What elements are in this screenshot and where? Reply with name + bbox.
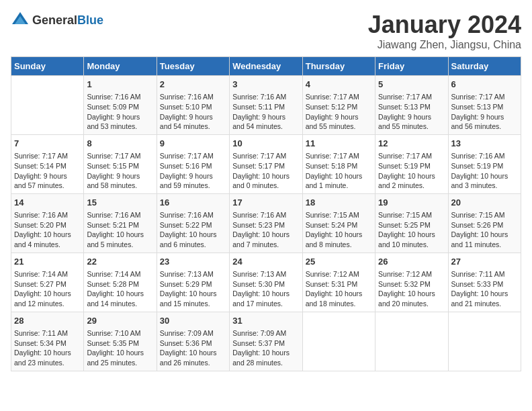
calendar-cell: 1Sunrise: 7:16 AMSunset: 5:09 PMDaylight… [84,76,157,135]
calendar-cell [302,312,375,371]
day-info: Sunrise: 7:16 AMSunset: 5:23 PMDaylight:… [232,210,299,250]
day-info: Sunrise: 7:17 AMSunset: 5:13 PMDaylight:… [451,92,518,132]
day-info: Sunrise: 7:17 AMSunset: 5:13 PMDaylight:… [378,92,445,132]
calendar-cell: 11Sunrise: 7:17 AMSunset: 5:18 PMDayligh… [302,134,375,193]
logo-icon [11,11,30,30]
day-number: 24 [232,256,299,268]
day-info: Sunrise: 7:17 AMSunset: 5:17 PMDaylight:… [232,151,299,191]
day-number: 1 [87,79,153,91]
day-number: 13 [451,138,518,150]
calendar-cell: 26Sunrise: 7:12 AMSunset: 5:32 PMDayligh… [375,253,448,312]
day-number: 27 [451,256,518,268]
day-number: 15 [87,197,153,209]
subtitle: Jiawang Zhen, Jiangsu, China [368,39,521,51]
day-info: Sunrise: 7:13 AMSunset: 5:29 PMDaylight:… [160,269,226,309]
day-number: 14 [14,197,81,209]
day-info: Sunrise: 7:11 AMSunset: 5:34 PMDaylight:… [14,328,81,368]
day-info: Sunrise: 7:17 AMSunset: 5:19 PMDaylight:… [378,151,445,191]
calendar-week-row: 21Sunrise: 7:14 AMSunset: 5:27 PMDayligh… [11,253,521,312]
calendar-cell [11,76,84,135]
calendar-cell: 17Sunrise: 7:16 AMSunset: 5:23 PMDayligh… [230,193,302,253]
day-number: 2 [160,79,226,91]
weekday-header: Friday [375,57,448,76]
day-number: 29 [87,315,153,327]
calendar-cell: 10Sunrise: 7:17 AMSunset: 5:17 PMDayligh… [230,134,302,193]
calendar-cell: 5Sunrise: 7:17 AMSunset: 5:13 PMDaylight… [375,76,448,135]
day-number: 12 [378,138,445,150]
day-info: Sunrise: 7:17 AMSunset: 5:16 PMDaylight:… [160,151,226,191]
day-info: Sunrise: 7:09 AMSunset: 5:36 PMDaylight:… [160,328,226,368]
calendar-cell [448,312,521,371]
day-info: Sunrise: 7:16 AMSunset: 5:10 PMDaylight:… [160,92,226,132]
header-row: SundayMondayTuesdayWednesdayThursdayFrid… [11,57,521,76]
calendar-cell: 8Sunrise: 7:17 AMSunset: 5:15 PMDaylight… [84,134,157,193]
header: GeneralBlue January 2024 Jiawang Zhen, J… [11,11,521,51]
weekday-header: Saturday [448,57,521,76]
calendar-cell: 29Sunrise: 7:10 AMSunset: 5:35 PMDayligh… [84,312,157,371]
day-number: 6 [451,79,518,91]
day-number: 7 [14,138,81,150]
day-number: 10 [232,138,299,150]
calendar-table: SundayMondayTuesdayWednesdayThursdayFrid… [11,56,521,371]
title-area: January 2024 Jiawang Zhen, Jiangsu, Chin… [368,11,521,51]
calendar-cell: 15Sunrise: 7:16 AMSunset: 5:21 PMDayligh… [84,193,157,253]
day-number: 25 [306,256,372,268]
day-number: 21 [14,256,81,268]
day-number: 3 [232,79,299,91]
day-number: 5 [378,79,445,91]
day-number: 18 [306,197,372,209]
calendar-cell [375,312,448,371]
calendar-cell: 30Sunrise: 7:09 AMSunset: 5:36 PMDayligh… [157,312,229,371]
calendar-cell: 16Sunrise: 7:16 AMSunset: 5:22 PMDayligh… [157,193,229,253]
day-number: 22 [87,256,153,268]
calendar-cell: 9Sunrise: 7:17 AMSunset: 5:16 PMDaylight… [157,134,229,193]
calendar-cell: 21Sunrise: 7:14 AMSunset: 5:27 PMDayligh… [11,253,84,312]
day-number: 9 [160,138,226,150]
calendar-cell: 25Sunrise: 7:12 AMSunset: 5:31 PMDayligh… [302,253,375,312]
weekday-header: Thursday [302,57,375,76]
calendar-cell: 23Sunrise: 7:13 AMSunset: 5:29 PMDayligh… [157,253,229,312]
day-info: Sunrise: 7:13 AMSunset: 5:30 PMDaylight:… [232,269,299,309]
calendar-cell: 3Sunrise: 7:16 AMSunset: 5:11 PMDaylight… [230,76,302,135]
logo: GeneralBlue [11,11,103,30]
weekday-header: Tuesday [157,57,229,76]
weekday-header: Wednesday [230,57,302,76]
calendar-cell: 31Sunrise: 7:09 AMSunset: 5:37 PMDayligh… [230,312,302,371]
day-number: 4 [306,79,372,91]
logo-text-general: General [32,13,77,27]
day-info: Sunrise: 7:14 AMSunset: 5:28 PMDaylight:… [87,269,153,309]
calendar-cell: 13Sunrise: 7:16 AMSunset: 5:19 PMDayligh… [448,134,521,193]
calendar-cell: 12Sunrise: 7:17 AMSunset: 5:19 PMDayligh… [375,134,448,193]
day-info: Sunrise: 7:16 AMSunset: 5:09 PMDaylight:… [87,92,153,132]
day-info: Sunrise: 7:17 AMSunset: 5:15 PMDaylight:… [87,151,153,191]
day-info: Sunrise: 7:17 AMSunset: 5:12 PMDaylight:… [306,92,372,132]
calendar-week-row: 1Sunrise: 7:16 AMSunset: 5:09 PMDaylight… [11,76,521,135]
day-info: Sunrise: 7:15 AMSunset: 5:24 PMDaylight:… [306,210,372,250]
day-info: Sunrise: 7:12 AMSunset: 5:32 PMDaylight:… [378,269,445,309]
calendar-cell: 2Sunrise: 7:16 AMSunset: 5:10 PMDaylight… [157,76,229,135]
day-number: 16 [160,197,226,209]
calendar-cell: 22Sunrise: 7:14 AMSunset: 5:28 PMDayligh… [84,253,157,312]
logo-text-blue: Blue [77,13,103,27]
day-number: 11 [306,138,372,150]
day-info: Sunrise: 7:16 AMSunset: 5:22 PMDaylight:… [160,210,226,250]
day-info: Sunrise: 7:15 AMSunset: 5:26 PMDaylight:… [451,210,518,250]
day-number: 26 [378,256,445,268]
calendar-week-row: 28Sunrise: 7:11 AMSunset: 5:34 PMDayligh… [11,312,521,371]
day-number: 30 [160,315,226,327]
day-info: Sunrise: 7:15 AMSunset: 5:25 PMDaylight:… [378,210,445,250]
day-info: Sunrise: 7:10 AMSunset: 5:35 PMDaylight:… [87,328,153,368]
main-title: January 2024 [368,11,521,39]
day-info: Sunrise: 7:14 AMSunset: 5:27 PMDaylight:… [14,269,81,309]
calendar-week-row: 14Sunrise: 7:16 AMSunset: 5:20 PMDayligh… [11,193,521,253]
calendar-cell: 4Sunrise: 7:17 AMSunset: 5:12 PMDaylight… [302,76,375,135]
day-number: 17 [232,197,299,209]
calendar-cell: 20Sunrise: 7:15 AMSunset: 5:26 PMDayligh… [448,193,521,253]
calendar-cell: 28Sunrise: 7:11 AMSunset: 5:34 PMDayligh… [11,312,84,371]
day-info: Sunrise: 7:16 AMSunset: 5:21 PMDaylight:… [87,210,153,250]
calendar-cell: 24Sunrise: 7:13 AMSunset: 5:30 PMDayligh… [230,253,302,312]
calendar-cell: 27Sunrise: 7:11 AMSunset: 5:33 PMDayligh… [448,253,521,312]
day-info: Sunrise: 7:17 AMSunset: 5:18 PMDaylight:… [306,151,372,191]
day-info: Sunrise: 7:17 AMSunset: 5:14 PMDaylight:… [14,151,81,191]
calendar-cell: 19Sunrise: 7:15 AMSunset: 5:25 PMDayligh… [375,193,448,253]
